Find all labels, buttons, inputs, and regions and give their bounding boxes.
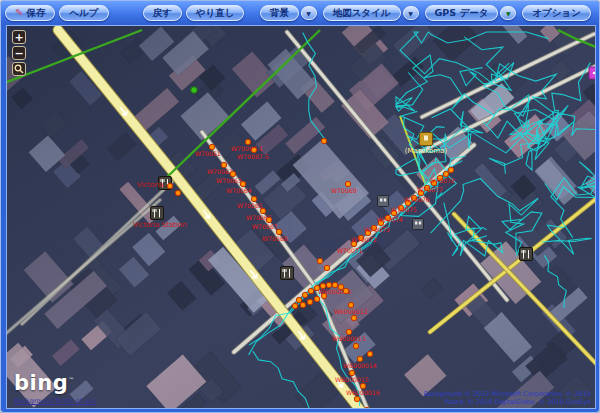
address-label: W70061 [195, 150, 221, 157]
address-node[interactable] [296, 297, 301, 302]
pen-icon: ✎ [15, 8, 23, 18]
background-button[interactable]: 背景 [260, 5, 299, 21]
address-label: W70073 [364, 226, 390, 233]
poi-restaurant-icon[interactable] [281, 267, 294, 280]
address-label: W70072 [351, 236, 377, 243]
undo-button[interactable]: 戻す [143, 5, 182, 21]
address-node[interactable] [167, 183, 172, 188]
address-node[interactable] [308, 288, 313, 293]
address-node[interactable] [367, 351, 372, 356]
address-node[interactable] [321, 138, 326, 143]
address-label: W6000013 [332, 335, 366, 342]
poi-restaurant-icon[interactable] [151, 207, 164, 220]
poi-marker-icon[interactable] [589, 67, 596, 79]
poi-restaurant-icon[interactable] [520, 248, 533, 261]
map-render: VictoriaVictoria Station(Marukoma)W70061… [7, 26, 596, 409]
app-window: ✎ 保存 ヘルプ 戻す やり直し 背景 ▼ 地図スタイル ▼ GPS データ ▼… [0, 0, 600, 413]
address-label: W70075 [391, 206, 417, 213]
green-node[interactable] [191, 87, 197, 93]
zoom-controls: + − [12, 30, 26, 76]
address-label: W70074 [377, 216, 403, 223]
address-node[interactable] [175, 190, 180, 195]
address-node[interactable] [317, 258, 322, 263]
address-node[interactable] [302, 292, 307, 297]
address-label: W70078 [429, 177, 455, 184]
zoom-out-button[interactable]: − [12, 46, 26, 60]
save-button[interactable]: ✎ 保存 [5, 5, 55, 21]
address-label: W70076 [404, 196, 430, 203]
address-label: W6000016 [346, 389, 380, 396]
address-label: W70064 [226, 187, 252, 194]
terms-of-use-link[interactable]: Background Terms of use [14, 397, 96, 405]
copyright-attribution: Background © 2012 Microsoft Corporation,… [424, 390, 591, 406]
address-label: W70077 [417, 186, 443, 193]
address-node[interactable] [321, 293, 326, 298]
address-node[interactable] [324, 265, 329, 270]
address-node[interactable] [353, 343, 358, 348]
poi-label: Victoria Station [133, 221, 187, 229]
address-label: W70063 [216, 177, 242, 184]
poi-label: Victoria [137, 181, 164, 189]
zoom-in-button[interactable]: + [12, 30, 26, 44]
address-node[interactable] [364, 407, 369, 409]
gps-data-dropdown-icon[interactable]: ▼ [500, 6, 516, 20]
redo-button[interactable]: やり直し [186, 5, 245, 21]
bing-logo: bing™ [14, 373, 75, 394]
zoom-selection-button[interactable] [12, 62, 26, 76]
options-button[interactable]: オプション [522, 5, 591, 21]
copyright-line2: Pasco, © 2010 DigitalGlobe, © 2010 GeoEy… [424, 398, 591, 406]
address-label: W70065 [237, 202, 263, 209]
address-node[interactable] [354, 396, 359, 401]
address-label: W70071 [337, 247, 363, 254]
poi-shop-icon[interactable] [420, 133, 433, 146]
map-style-button[interactable]: 地図スタイル [323, 5, 401, 21]
address-label: W70069 [331, 187, 357, 194]
address-label: W6000014 [343, 362, 377, 369]
address-label: W6000012 [334, 308, 368, 315]
trademark: ™ [68, 376, 75, 383]
address-node[interactable] [448, 167, 453, 172]
address-label: W70067 [252, 223, 278, 230]
address-node[interactable] [351, 315, 356, 320]
address-label: W70068 [262, 235, 288, 242]
address-node[interactable] [338, 284, 343, 289]
save-button-label: 保存 [26, 8, 45, 18]
address-node[interactable] [307, 299, 312, 304]
copyright-line1: Background © 2012 Microsoft Corporation,… [424, 390, 591, 398]
address-label: W6000015 [335, 376, 369, 383]
map-canvas[interactable]: VictoriaVictoria Station(Marukoma)W70061… [6, 25, 596, 409]
toolbar: ✎ 保存 ヘルプ 戻す やり直し 背景 ▼ 地図スタイル ▼ GPS データ ▼… [1, 1, 599, 25]
background-dropdown-icon[interactable]: ▼ [301, 6, 317, 20]
map-style-dropdown-icon[interactable]: ▼ [403, 6, 419, 20]
address-label: W70062 [207, 168, 233, 175]
address-node[interactable] [314, 296, 319, 301]
address-label: W70088-1 [231, 145, 263, 152]
address-label: W70087-5 [237, 153, 269, 160]
address-node[interactable] [292, 303, 297, 308]
magnifier-icon [14, 64, 24, 74]
poi-label: (Marukoma) [405, 147, 448, 155]
address-node[interactable] [343, 288, 348, 293]
help-button[interactable]: ヘルプ [59, 5, 108, 21]
address-node[interactable] [300, 302, 305, 307]
gps-data-button[interactable]: GPS データ [425, 5, 499, 21]
poi-building-icon[interactable] [413, 219, 424, 230]
poi-building-icon[interactable] [378, 196, 389, 207]
